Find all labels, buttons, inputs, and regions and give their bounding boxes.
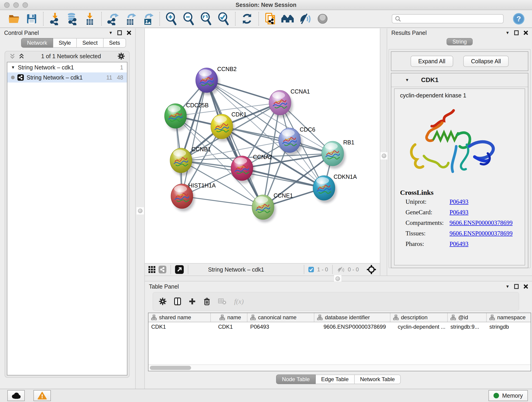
left-splitter[interactable]: [135, 28, 145, 389]
import-network-button[interactable]: [48, 12, 62, 26]
export-table-button[interactable]: [124, 12, 138, 26]
float-window-icon[interactable]: [514, 284, 519, 289]
zoom-fit-button[interactable]: [199, 12, 213, 26]
uniprot-link[interactable]: P06493: [450, 198, 469, 205]
network-graph[interactable]: CCNB2CCNA1CDC25BCDK1CDC6RB1CCNB1CCNA2CDK…: [145, 28, 380, 263]
network-canvas[interactable]: CCNB2CCNA1CDC25BCDK1CDC6RB1CCNB1CCNA2CDK…: [145, 28, 380, 263]
memory-button[interactable]: Memory: [488, 390, 528, 401]
save-session-button[interactable]: [25, 12, 38, 26]
column-header[interactable]: name: [211, 313, 247, 322]
node-table: shared name name canonical name database…: [148, 313, 531, 371]
column-header[interactable]: namespace: [487, 313, 531, 322]
splitter-handle[interactable]: [380, 152, 388, 160]
column-header[interactable]: shared name: [148, 313, 211, 322]
minimize-window-button[interactable]: [13, 2, 19, 8]
collapse-all-button[interactable]: Collapse All: [463, 56, 509, 67]
delete-column-trash-icon[interactable]: [203, 298, 210, 305]
zoom-out-icon: [183, 12, 195, 25]
collection-expander-icon[interactable]: ▼: [11, 65, 15, 70]
section-expander-icon[interactable]: ▼: [405, 78, 409, 83]
scrollbar-thumb[interactable]: [150, 366, 191, 370]
float-panel-menu-icon[interactable]: ▼: [505, 31, 510, 35]
zoom-fit-icon: [200, 12, 212, 25]
refresh-button[interactable]: [240, 12, 254, 26]
expand-all-icon[interactable]: [19, 53, 24, 59]
close-window-button[interactable]: [4, 2, 10, 8]
import-table-button[interactable]: [83, 12, 97, 26]
pharos-link[interactable]: P06493: [450, 240, 469, 248]
tissues-link[interactable]: 9606.ENSP00000378699: [450, 230, 513, 237]
tab-edge-table[interactable]: Edge Table: [316, 375, 355, 384]
gear-icon[interactable]: [118, 53, 125, 60]
add-column-icon[interactable]: [189, 298, 196, 305]
zoom-window-button[interactable]: [22, 2, 28, 8]
search-box[interactable]: [392, 14, 504, 23]
hidden-counts: 0 - 0: [348, 266, 359, 273]
column-header[interactable]: database identifier: [314, 313, 390, 322]
right-splitter[interactable]: [380, 28, 387, 275]
genecard-link[interactable]: P06493: [450, 209, 469, 216]
tab-select[interactable]: Select: [77, 38, 104, 48]
zoom-in-button[interactable]: [165, 12, 178, 26]
network-row[interactable]: String Network – cdk1 11 48: [7, 72, 127, 83]
tab-network-table[interactable]: Network Table: [355, 375, 401, 384]
bottom-splitter[interactable]: [145, 275, 532, 281]
node-label-CDKN1A: CDKN1A: [334, 173, 357, 180]
search-input[interactable]: [403, 16, 500, 22]
expand-all-button[interactable]: Expand All: [411, 56, 453, 67]
column-header[interactable]: canonical name: [247, 313, 314, 322]
close-panel-icon[interactable]: [127, 30, 132, 35]
crosslink-row: Compartments:9606.ENSP00000378699: [405, 217, 525, 228]
column-header[interactable]: @id: [448, 313, 487, 322]
float-window-icon[interactable]: [117, 30, 122, 35]
node-label-CCNA2: CCNA2: [253, 154, 272, 160]
show-columns-icon[interactable]: [174, 298, 181, 305]
gear-icon[interactable]: [159, 298, 166, 305]
save-floppy-icon: [26, 13, 37, 24]
birds-eye-view-button[interactable]: [175, 265, 184, 274]
network-share-view-icon[interactable]: [158, 266, 166, 274]
float-panel-menu-icon[interactable]: ▼: [505, 284, 510, 289]
selected-nodes-checkbox-icon[interactable]: [308, 267, 314, 272]
tab-node-table[interactable]: Node Table: [276, 375, 316, 384]
float-panel-menu-icon[interactable]: ▼: [109, 31, 113, 35]
table-horizontal-scrollbar[interactable]: [148, 364, 531, 371]
zoom-out-button[interactable]: [182, 12, 196, 26]
tab-style[interactable]: Style: [53, 38, 77, 48]
tab-network[interactable]: Network: [21, 38, 53, 48]
column-header[interactable]: description: [390, 313, 448, 322]
string-home-button[interactable]: [281, 12, 295, 26]
tab-sets[interactable]: Sets: [104, 38, 126, 48]
collapse-all-icon[interactable]: [10, 53, 15, 59]
table-row[interactable]: CDK1 CDK1 P06493 9606.ENSP00000378699 cy…: [148, 322, 531, 332]
help-icon: ?: [513, 13, 525, 25]
function-builder-icon[interactable]: f(x): [234, 298, 244, 305]
import-network-from-database-button[interactable]: [65, 12, 79, 26]
gene-section-header[interactable]: ▼ CDK1: [391, 73, 528, 87]
close-panel-icon[interactable]: [523, 30, 528, 35]
collection-label: String Network – cdk1: [18, 64, 74, 71]
network-collection-row[interactable]: ▼ String Network – cdk1 1: [7, 62, 127, 72]
crosslink-row: GeneCard:P06493: [405, 207, 525, 217]
show-hide-enhanced-labels-button[interactable]: [298, 12, 312, 26]
zoom-selected-button[interactable]: [217, 12, 230, 26]
splitter-handle[interactable]: [137, 207, 144, 215]
close-panel-icon[interactable]: [523, 284, 528, 289]
hidden-items-icon[interactable]: [337, 267, 345, 273]
grid-view-icon[interactable]: [148, 266, 155, 273]
help-button[interactable]: ?: [512, 12, 526, 26]
delete-table-icon[interactable]: [218, 298, 226, 305]
export-network-button[interactable]: [106, 12, 120, 26]
float-window-icon[interactable]: [514, 30, 519, 35]
cloud-status-button[interactable]: [7, 390, 25, 401]
show-graphics-details-button[interactable]: [316, 12, 329, 26]
open-session-button[interactable]: [7, 12, 21, 26]
warnings-button[interactable]: [33, 390, 51, 401]
compartments-link[interactable]: 9606.ENSP00000378699: [450, 219, 513, 226]
new-network-from-selection-button[interactable]: [264, 12, 277, 26]
export-image-button[interactable]: [141, 12, 155, 26]
crosslinks-section: CrossLinks Uniprot:P06493 GeneCard:P0649…: [394, 189, 525, 249]
tab-string[interactable]: String: [447, 38, 473, 45]
crosshair-icon[interactable]: [367, 265, 376, 274]
toolbar-separator: [101, 12, 102, 26]
